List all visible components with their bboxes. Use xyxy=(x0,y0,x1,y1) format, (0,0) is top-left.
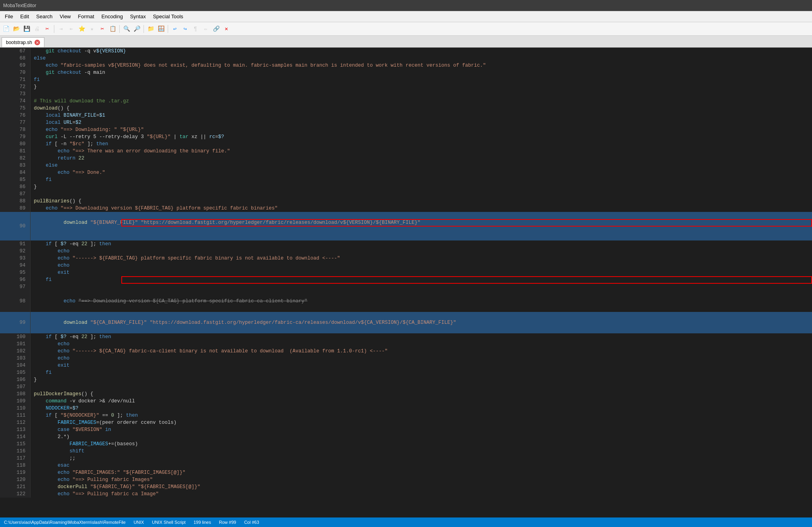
redo-icon[interactable]: ↪ xyxy=(181,25,190,33)
tab-close-button[interactable]: ✕ xyxy=(34,40,40,45)
table-row: 118 esac xyxy=(0,462,812,469)
line-content: echo "------> ${CA_TAG} fabric-ca-client… xyxy=(31,348,812,355)
line-number: 71 xyxy=(0,76,31,83)
line-content: echo "==> Downloading: " "${URL}" xyxy=(31,126,812,133)
status-encoding: UNIX xyxy=(134,520,144,525)
outdent-icon[interactable]: ⇤ xyxy=(67,25,76,33)
edit-icon[interactable]: ✏ xyxy=(201,25,210,33)
status-lines: 199 lines xyxy=(193,520,211,525)
close2-icon[interactable]: ✕ xyxy=(222,25,231,33)
app-title: MobaTextEditor xyxy=(3,3,36,8)
copy-icon[interactable]: 📋 xyxy=(108,25,117,33)
table-row: 122 echo "==> Pulling fabric ca Image" xyxy=(0,490,812,498)
line-content xyxy=(31,383,812,390)
line-content: download() { xyxy=(31,105,812,112)
table-row: 95 exit xyxy=(0,269,812,276)
line-content: fi xyxy=(31,76,812,83)
open-folder-icon[interactable]: 📂 xyxy=(12,25,21,33)
line-number: 97 xyxy=(0,283,31,290)
line-number: 104 xyxy=(0,362,31,369)
line-content: echo "==> Pulling fabric Images" xyxy=(31,476,812,483)
line-number: 73 xyxy=(0,90,31,98)
table-row: 77 local URL=$2 xyxy=(0,119,812,126)
line-number: 101 xyxy=(0,340,31,348)
line-number: 70 xyxy=(0,69,31,76)
line-content: exit xyxy=(31,269,812,276)
line-number: 85 xyxy=(0,176,31,183)
line-content: if [ $? -eq 22 ]; then xyxy=(31,240,812,248)
table-row: 111 if [ "${NODOCKER}" == 0 ]; then xyxy=(0,412,812,419)
line-content: FABRIC_IMAGES=(peer orderer ccenv tools) xyxy=(31,419,812,426)
line-number: 84 xyxy=(0,169,31,176)
line-content xyxy=(31,283,812,290)
table-row: 86 } xyxy=(0,183,812,190)
line-content: echo "------> ${FABRIC_TAG} platform spe… xyxy=(31,255,812,262)
cut-icon[interactable]: ✂ xyxy=(43,25,52,33)
star1-icon[interactable]: ⭐ xyxy=(77,25,86,33)
menu-file[interactable]: File xyxy=(2,13,16,20)
menu-format[interactable]: Format xyxy=(75,13,98,20)
line-content: pullDockerImages() { xyxy=(31,390,812,398)
table-row: 113 case "$VERSION" in xyxy=(0,426,812,433)
table-row: 74 # This will download the .tar.gz xyxy=(0,98,812,105)
print-icon[interactable]: 🖨 xyxy=(33,25,41,33)
line-number: 68 xyxy=(0,55,31,62)
line-number: 106 xyxy=(0,376,31,383)
replace-icon[interactable]: 🔎 xyxy=(132,25,141,33)
menubar: File Edit Search View Format Encoding Sy… xyxy=(0,11,812,22)
new-file-icon[interactable]: 📄 xyxy=(2,25,10,33)
table-row: 87 xyxy=(0,190,812,198)
line-content: else xyxy=(31,162,812,169)
line-content: NODOCKER=$? xyxy=(31,405,812,412)
windows-icon[interactable]: 🪟 xyxy=(157,25,165,33)
save-icon[interactable]: 💾 xyxy=(22,25,31,33)
menu-search[interactable]: Search xyxy=(33,13,56,20)
menu-encoding[interactable]: Encoding xyxy=(98,13,126,20)
table-row: 99 download "${CA_BINARY_FILE}" "https:/… xyxy=(0,312,812,333)
toolbar-sep-4 xyxy=(168,25,168,33)
line-number: 83 xyxy=(0,162,31,169)
table-row: 84 echo "==> Done." xyxy=(0,169,812,176)
line-number: 72 xyxy=(0,83,31,90)
tab-bootstrap-sh[interactable]: bootstrap.sh ✕ xyxy=(2,37,44,47)
line-number: 116 xyxy=(0,448,31,455)
line-number: 75 xyxy=(0,105,31,112)
search-icon[interactable]: 🔍 xyxy=(122,25,131,33)
line-number: 94 xyxy=(0,262,31,269)
line-number: 69 xyxy=(0,62,31,69)
menu-syntax[interactable]: Syntax xyxy=(127,13,149,20)
line-number: 120 xyxy=(0,476,31,483)
line-content: download "${BINARY_FILE}" "https://downl… xyxy=(31,212,812,240)
line-content: } xyxy=(31,183,812,190)
line-content: } xyxy=(31,376,812,383)
line-content: echo xyxy=(31,248,812,255)
line-number: 81 xyxy=(0,148,31,155)
table-row: 114 2.*) xyxy=(0,433,812,440)
table-row: 85 fi xyxy=(0,176,812,183)
line-number: 109 xyxy=(0,398,31,405)
menu-edit[interactable]: Edit xyxy=(17,13,32,20)
link-icon[interactable]: 🔗 xyxy=(212,25,220,33)
line-content: esac xyxy=(31,462,812,469)
tabbar: bootstrap.sh ✕ xyxy=(0,36,812,48)
table-row: 117 ;; xyxy=(0,455,812,462)
indent-icon[interactable]: ⇥ xyxy=(57,25,65,33)
code-table: 67 git checkout -q v${VERSION} 68 else 6… xyxy=(0,48,812,498)
table-row: 69 echo "fabric-samples v${VERSION} does… xyxy=(0,62,812,69)
menu-special-tools[interactable]: Special Tools xyxy=(150,13,186,20)
line-number: 96 xyxy=(0,276,31,283)
paragraph-icon[interactable]: ¶ xyxy=(191,25,200,33)
line-number: 92 xyxy=(0,248,31,255)
table-row: 100 if [ $? -eq 22 ]; then xyxy=(0,333,812,340)
undo-icon[interactable]: ↩ xyxy=(170,25,179,33)
line-number: 113 xyxy=(0,426,31,433)
star2-icon[interactable]: ★ xyxy=(88,25,96,33)
table-row: 88 pullBinaries() { xyxy=(0,198,812,205)
scissors-icon[interactable]: ✂ xyxy=(98,25,107,33)
file-browser-icon[interactable]: 📁 xyxy=(146,25,155,33)
line-content: curl -L --retry 5 --retry-delay 3 "${URL… xyxy=(31,133,812,140)
table-row: 97 xyxy=(0,283,812,290)
line-content: echo "FABRIC_IMAGES:" "${FABRIC_IMAGES[@… xyxy=(31,469,812,476)
menu-view[interactable]: View xyxy=(57,13,74,20)
table-row: 109 command -v docker >& /dev/null xyxy=(0,398,812,405)
